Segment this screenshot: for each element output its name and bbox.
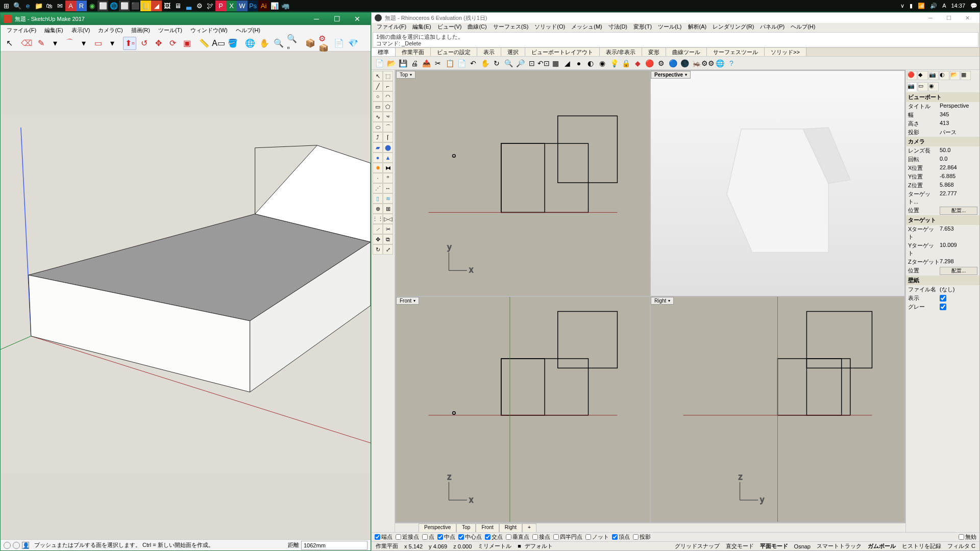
render-icon[interactable]: ◉ <box>597 58 608 69</box>
prop-value[interactable]: 345 <box>940 111 977 119</box>
mirror-tool-icon[interactable]: ▷◁ <box>383 214 393 224</box>
maximize-button[interactable]: ☐ <box>940 15 958 21</box>
copy-icon[interactable]: 📋 <box>444 58 455 69</box>
rotate-icon[interactable]: ↻ <box>491 58 502 69</box>
text-tool[interactable]: A▭ <box>212 37 225 50</box>
panel-tab-viewport[interactable]: 📷 <box>907 82 917 91</box>
app-icon[interactable]: ◉ <box>87 1 97 11</box>
prop-value[interactable]: -6.885 <box>940 173 977 181</box>
mesh-tool-icon[interactable]: ⊞ <box>383 204 393 214</box>
app-icon[interactable]: 🖼 <box>162 1 173 11</box>
pan-icon[interactable]: ✋ <box>479 58 491 69</box>
viewport-label[interactable]: Top <box>396 71 415 79</box>
edge-icon[interactable]: e <box>22 1 33 11</box>
viewport-right[interactable]: Right yz <box>651 297 904 522</box>
status-item[interactable]: 直交モード <box>724 542 756 550</box>
prop-value[interactable]: 50.0 <box>940 147 977 155</box>
offset-tool[interactable]: ↺ <box>137 37 151 50</box>
osnap-四半円点[interactable]: 四半円点 <box>553 533 582 541</box>
menu-item[interactable]: 曲線(C) <box>464 23 489 32</box>
scale-tool-icon[interactable]: ⤢ <box>383 244 393 255</box>
chrome-icon[interactable]: 🌐 <box>108 1 119 11</box>
status-cplane[interactable]: 作業平面 <box>374 542 400 550</box>
menu-item[interactable]: メッシュ(M) <box>568 23 605 32</box>
menu-item[interactable]: 編集(E) <box>409 23 434 32</box>
props-icon[interactable]: ⚙ <box>655 58 667 69</box>
grasshopper-icon[interactable]: 🦗 <box>691 58 702 69</box>
clock[interactable]: 14:37 <box>949 3 967 9</box>
tab-setview[interactable]: ビューの設定 <box>431 48 477 56</box>
status-item[interactable]: 平面モード <box>758 542 790 550</box>
powerpoint-icon[interactable]: P <box>215 1 226 11</box>
menu-item[interactable]: サーフェス(S) <box>490 23 532 32</box>
text-tool-icon[interactable]: º <box>383 173 393 183</box>
app-icon[interactable]: R <box>76 1 87 11</box>
volume-icon[interactable]: 🔊 <box>928 3 939 9</box>
lasso-tool-icon[interactable]: ⬚ <box>383 71 393 81</box>
warehouse-tool[interactable]: 📦 <box>304 37 317 50</box>
box-tool-icon[interactable]: ▰ <box>373 142 383 153</box>
menu-tools[interactable]: ツール(T) <box>154 27 186 34</box>
viewport-label[interactable]: Right <box>651 297 674 305</box>
select-tool-icon[interactable]: ↖ <box>373 71 383 81</box>
menu-item[interactable]: ツール(L) <box>655 23 684 32</box>
show-checkbox[interactable] <box>940 294 946 302</box>
fillet-tool-icon[interactable]: ⌈ <box>383 132 393 142</box>
status-icon[interactable] <box>13 542 20 549</box>
undo-icon[interactable]: ↶ <box>468 58 479 69</box>
osnap-checkbox[interactable] <box>532 534 538 540</box>
prop-value[interactable]: 5.868 <box>940 182 977 189</box>
trim-tool-icon[interactable]: ⟋ <box>373 224 383 234</box>
status-icon[interactable] <box>4 542 11 549</box>
photoshop-icon[interactable]: Ps <box>248 1 258 11</box>
render-sphere-icon[interactable]: 🌑 <box>679 58 690 69</box>
new-icon[interactable]: 📄 <box>374 58 385 69</box>
vtab-add[interactable]: + <box>522 523 536 532</box>
scale-tool[interactable]: ▣ <box>180 37 193 50</box>
app-icon[interactable]: ⬛ <box>130 1 140 11</box>
globe-icon[interactable]: 🌐 <box>714 58 725 69</box>
rhino-icon[interactable]: 🦏 <box>280 1 290 11</box>
prop-value[interactable]: 10.009 <box>940 242 977 257</box>
tab-visibility[interactable]: 表示/非表示 <box>600 48 642 56</box>
status-units[interactable]: ミリメートル <box>476 542 513 550</box>
osnap-頂点[interactable]: 頂点 <box>612 533 630 541</box>
app-icon[interactable]: ⬜ <box>119 1 130 11</box>
osnap-ノット[interactable]: ノット <box>585 533 609 541</box>
menu-item[interactable]: ビュー(V) <box>434 23 465 32</box>
status-layer[interactable]: ■ デフォルト <box>516 542 557 550</box>
loft-tool-icon[interactable]: ≋ <box>383 193 393 204</box>
rhino-titlebar[interactable]: 無題 - Rhinoceros 6 Evaluation (残り1日) ─ ☐ … <box>372 13 979 23</box>
dim-tool-icon[interactable]: ↔ <box>383 183 393 193</box>
vtab-top[interactable]: Top <box>456 523 476 532</box>
tab-transform[interactable]: 変形 <box>642 48 666 56</box>
action-center-icon[interactable]: 💬 <box>969 3 979 9</box>
gray-checkbox[interactable] <box>940 303 946 311</box>
viewport-label[interactable]: Perspective <box>651 71 691 79</box>
line-tool[interactable]: ✎ <box>34 37 47 50</box>
eraser-tool[interactable]: ⌫ <box>20 37 33 50</box>
menu-item[interactable]: ファイル(F) <box>374 23 409 32</box>
osnap-中心点[interactable]: 中心点 <box>458 533 482 541</box>
tab-display[interactable]: 表示 <box>477 48 501 56</box>
osnap-点[interactable]: 点 <box>422 533 434 541</box>
join-tool-icon[interactable]: ⧓ <box>383 163 393 173</box>
zoom-ext-icon[interactable]: ⊡ <box>526 58 537 69</box>
ime-icon[interactable]: A <box>941 3 947 9</box>
prop-value[interactable]: 7.653 <box>940 226 977 241</box>
mail-icon[interactable]: ✉ <box>55 1 65 11</box>
battery-icon[interactable]: ▮ <box>908 3 914 9</box>
rect-dropdown[interactable]: ▾ <box>106 37 119 50</box>
prop-value[interactable]: 7.298 <box>940 258 977 266</box>
vtab-right[interactable]: Right <box>499 523 522 532</box>
osnap-checkbox[interactable] <box>422 534 428 540</box>
prop-value[interactable]: 413 <box>940 120 977 128</box>
osnap-checkbox[interactable] <box>959 534 964 540</box>
osnap-checkbox[interactable] <box>506 534 511 540</box>
close-button[interactable]: ✕ <box>958 15 976 21</box>
status-item[interactable]: ガムボール <box>866 542 898 550</box>
extend-tool-icon[interactable]: ⤴ <box>373 132 383 142</box>
osnap-checkbox[interactable] <box>485 534 491 540</box>
tab-select[interactable]: 選択 <box>501 48 525 56</box>
vtab-front[interactable]: Front <box>476 523 499 532</box>
